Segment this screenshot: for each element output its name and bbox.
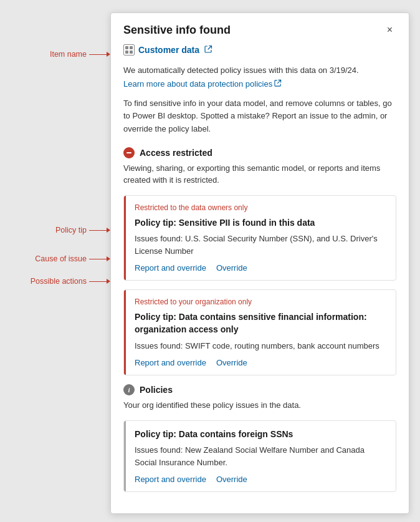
policy-card-2-inner: Restricted to your organization only Pol… [124, 290, 396, 375]
access-restricted-header: Access restricted [123, 147, 396, 158]
issues-found-2: Issues found: SWIFT code, routing number… [135, 340, 387, 352]
item-type-icon [123, 44, 135, 56]
policy-card-neutral-1: Policy tip: Data contains foreign SSNs I… [123, 420, 396, 493]
access-restricted-title: Access restricted [140, 148, 212, 158]
svg-rect-2 [125, 51, 128, 54]
info-icon: i [123, 384, 135, 395]
item-name-row: Customer data [123, 44, 396, 56]
policy-card-1-inner: Restricted to the data owners only Polic… [124, 196, 396, 281]
access-restricted-description: Viewing, sharing, or exporting this sema… [123, 162, 396, 186]
policies-section: i Policies Your org identified these pol… [123, 384, 396, 492]
panel-title: Sensitive info found [123, 24, 231, 37]
override-button-1[interactable]: Override [216, 263, 247, 273]
policy-tip-annotation-label: Policy tip [55, 226, 87, 234]
restricted-label-1: Restricted to the data owners only [135, 203, 387, 212]
item-name-annotation-label: Item name [50, 50, 87, 59]
policies-section-title: Policies [140, 385, 173, 395]
close-button[interactable]: × [383, 23, 396, 37]
policies-section-header: i Policies [123, 384, 396, 395]
policy-tip-title-1: Policy tip: Sensitive PII is found in th… [135, 217, 387, 230]
learn-more-text: Learn more about data protection policie… [123, 79, 272, 89]
restricted-label-2: Restricted to your organization only [135, 297, 387, 306]
external-link-icon[interactable] [204, 45, 212, 55]
description-text: To find sensitive info in your data mode… [123, 97, 396, 136]
auto-detect-text: We automatically detected policy issues … [123, 64, 396, 77]
panel-header: Sensitive info found × [111, 13, 409, 44]
policy-card-2: Restricted to your organization only Pol… [123, 289, 396, 375]
policy-tip-title-2: Policy tip: Data contains sensitive fina… [135, 311, 387, 336]
policy-tip-title-neutral-1: Policy tip: Data contains foreign SSNs [135, 428, 387, 441]
svg-line-5 [278, 80, 281, 83]
policy-card-neutral-1-inner: Policy tip: Data contains foreign SSNs I… [124, 421, 396, 492]
cause-of-issue-annotation: Cause of issue [35, 254, 110, 263]
sensitive-info-panel: Sensitive info found × Customer data [110, 12, 409, 514]
item-name-link[interactable]: Customer data [138, 45, 199, 55]
svg-rect-1 [130, 46, 133, 49]
issues-found-neutral-1: Issues found: New Zealand Social Welfare… [135, 444, 387, 468]
restricted-icon [123, 147, 135, 158]
actions-row-2: Report and override Override [135, 358, 387, 367]
actions-row-1: Report and override Override [135, 263, 387, 273]
report-override-button-neutral-1[interactable]: Report and override [135, 475, 206, 484]
cause-of-issue-annotation-label: Cause of issue [35, 254, 87, 263]
item-name-annotation: Item name [50, 50, 110, 59]
learn-more-link[interactable]: Learn more about data protection policie… [123, 79, 282, 89]
svg-rect-3 [130, 51, 133, 54]
report-override-button-1[interactable]: Report and override [135, 263, 206, 273]
override-button-neutral-1[interactable]: Override [216, 475, 247, 484]
actions-row-neutral-1: Report and override Override [135, 475, 387, 484]
policies-section-description: Your org identified these policy issues … [123, 399, 396, 412]
override-button-2[interactable]: Override [216, 358, 247, 367]
learn-more-external-icon [274, 79, 282, 89]
possible-actions-annotation: Possible actions [31, 277, 110, 286]
svg-rect-0 [125, 46, 128, 49]
possible-actions-annotation-label: Possible actions [31, 277, 87, 286]
report-override-button-2[interactable]: Report and override [135, 358, 206, 367]
panel-body: Customer data We automatically detected … [111, 44, 409, 513]
policy-tip-annotation: Policy tip [55, 226, 110, 234]
policy-card-1: Restricted to the data owners only Polic… [123, 195, 396, 281]
issues-found-1: Issues found: U.S. Social Security Numbe… [135, 233, 387, 257]
svg-line-4 [208, 46, 212, 50]
